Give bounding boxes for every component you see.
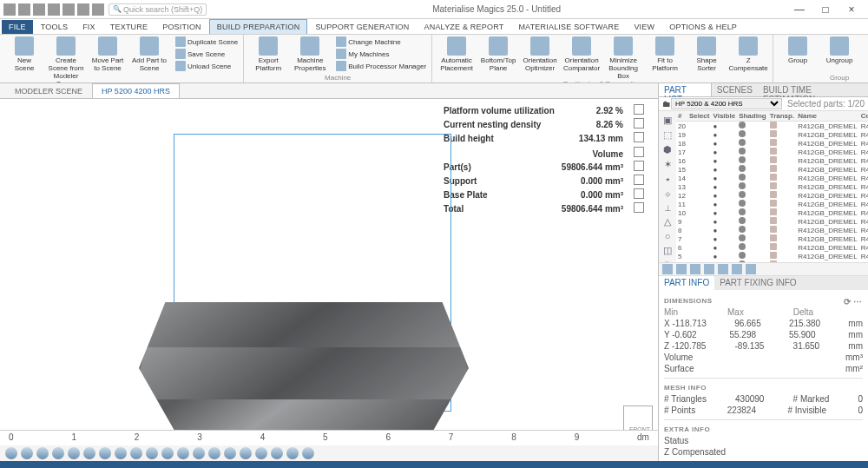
mini-tool-icon[interactable]: [690, 264, 700, 274]
qat-icon[interactable]: [62, 3, 75, 16]
ribbon-fit-to-platform[interactable]: Fit toPlatform: [646, 36, 684, 72]
ribbon-build-processor-manager[interactable]: Build Processor Manager: [336, 61, 426, 71]
table-row[interactable]: 19●R412GB_DREMELR412GB_DREMEL 1: [676, 130, 868, 139]
scene-tab[interactable]: MODELER SCENE: [5, 83, 92, 98]
mini-tool-icon[interactable]: [662, 264, 673, 274]
part-tool-icon[interactable]: ⟂: [661, 202, 674, 213]
ribbon-add-part-to-scene[interactable]: Add Part toScene: [130, 36, 168, 72]
mini-tool-icon[interactable]: [704, 264, 714, 274]
view-tool-icon[interactable]: [115, 447, 127, 459]
stat-icon[interactable]: [634, 118, 644, 129]
side-tab[interactable]: BUILD TIME ESTIMATION: [758, 83, 868, 96]
col-header[interactable]: Copy of: [859, 111, 868, 122]
menu-analyze-report[interactable]: ANALYZE & REPORT: [418, 20, 511, 34]
mini-tool-icon[interactable]: [732, 264, 742, 274]
minimize-button[interactable]: —: [786, 1, 812, 18]
menu-options-help[interactable]: OPTIONS & HELP: [662, 20, 744, 34]
ribbon-minimize-bounding-box[interactable]: MinimizeBounding Box: [604, 36, 642, 80]
stat-icon[interactable]: [634, 202, 644, 213]
table-row[interactable]: 5●R412GB_DREMELR412GB_DREMEL 1: [676, 252, 868, 260]
table-row[interactable]: 18●R412GB_DREMELR412GB_DREMEL 1: [676, 139, 868, 148]
stat-icon[interactable]: [634, 104, 644, 115]
qat-icon[interactable]: [33, 3, 45, 16]
part-tool-icon[interactable]: ⬢: [661, 144, 674, 155]
table-row[interactable]: 13●R412GB_DREMELR412GB_DREMEL 1: [676, 182, 868, 191]
menu-view[interactable]: VIEW: [627, 20, 661, 34]
part-tool-icon[interactable]: ◫: [661, 245, 674, 256]
ribbon-unload-scene[interactable]: Unload Scene: [175, 61, 238, 71]
ribbon-save-scene[interactable]: Save Scene: [175, 49, 238, 59]
stat-icon[interactable]: [634, 161, 644, 171]
stat-icon[interactable]: [634, 132, 644, 142]
menu-tools[interactable]: TOOLS: [34, 20, 75, 34]
table-row[interactable]: 9●R412GB_DREMELR412GB_DREMEL 1: [676, 217, 868, 226]
qat-icon[interactable]: [48, 3, 60, 16]
table-row[interactable]: 11●R412GB_DREMELR412GB_DREMEL 1: [676, 200, 868, 208]
view-tool-icon[interactable]: [146, 447, 158, 459]
stat-icon[interactable]: [634, 147, 644, 157]
view-tool-icon[interactable]: [36, 447, 49, 459]
qat-icon[interactable]: [92, 3, 104, 16]
menu-position[interactable]: POSITION: [155, 20, 208, 34]
mini-tool-icon[interactable]: [676, 264, 687, 274]
table-row[interactable]: 12●R412GB_DREMELR412GB_DREMEL 1: [676, 191, 868, 200]
ribbon-move-part-to-scene[interactable]: Move Partto Scene: [89, 36, 127, 72]
ribbon-new-scene[interactable]: NewScene: [5, 36, 43, 72]
ribbon-shape-sorter[interactable]: ShapeSorter: [687, 36, 726, 72]
col-header[interactable]: Shading: [737, 111, 768, 122]
table-row[interactable]: 16●R412GB_DREMELR412GB_DREMEL 1: [676, 156, 868, 165]
view-tool-icon[interactable]: [21, 447, 33, 459]
ribbon-duplicate-scene[interactable]: Duplicate Scene: [175, 36, 238, 47]
part-tool-icon[interactable]: ⟐: [661, 188, 674, 199]
info-tab[interactable]: PART INFO: [659, 276, 714, 290]
table-row[interactable]: 10●R412GB_DREMELR412GB_DREMEL 1: [676, 208, 868, 217]
ribbon-z-compensate-[interactable]: Z Compensate: [729, 36, 767, 72]
scene-tab[interactable]: HP 5200 4200 HRS: [92, 83, 180, 98]
table-row[interactable]: 8●R412GB_DREMELR412GB_DREMEL 1: [676, 226, 868, 234]
col-header[interactable]: Name: [796, 111, 858, 122]
table-row[interactable]: 20●R412GB_DREMELR412GB_DREMEL 1: [676, 122, 868, 131]
part-table[interactable]: #SelectVisibleShadingTransp.NameCopy of2…: [676, 111, 868, 262]
table-row[interactable]: 17●R412GB_DREMELR412GB_DREMEL 1: [676, 148, 868, 156]
view-tool-icon[interactable]: [302, 447, 314, 459]
qat-icon[interactable]: [77, 3, 89, 16]
part-tool-icon[interactable]: △: [661, 216, 674, 227]
table-row[interactable]: 7●R412GB_DREMELR412GB_DREMEL 1: [676, 234, 868, 243]
view-tool-icon[interactable]: [5, 447, 17, 459]
ribbon-bottom-top-plane[interactable]: Bottom/TopPlane: [479, 36, 517, 72]
viewport-3d[interactable]: Platform volume utilization2.92 %Current…: [0, 99, 658, 461]
view-tool-icon[interactable]: [255, 447, 267, 459]
part-tool-icon[interactable]: ⭑: [661, 174, 674, 185]
table-row[interactable]: 6●R412GB_DREMELR412GB_DREMEL 1: [676, 243, 868, 252]
quick-search-input[interactable]: Quick search (Shift+Q): [108, 3, 207, 16]
part-tool-icon[interactable]: ✶: [661, 159, 674, 170]
mini-tool-icon[interactable]: [746, 264, 756, 274]
view-tool-icon[interactable]: [177, 447, 189, 459]
close-button[interactable]: ×: [838, 1, 865, 18]
view-tool-icon[interactable]: [286, 447, 299, 459]
qat-icon[interactable]: [18, 3, 30, 16]
view-tool-icon[interactable]: [271, 447, 283, 459]
maximize-button[interactable]: □: [812, 1, 838, 18]
part-tool-icon[interactable]: ○: [661, 231, 674, 241]
refresh-icon[interactable]: ⟳ ⋯: [844, 297, 863, 307]
menu-file[interactable]: FILE: [2, 20, 33, 34]
view-tool-icon[interactable]: [193, 447, 205, 459]
mini-tool-icon[interactable]: [718, 264, 728, 274]
ribbon-export-platform[interactable]: ExportPlatform: [249, 36, 287, 72]
menu-texture[interactable]: TEXTURE: [103, 20, 155, 34]
ribbon-ungroup-[interactable]: Ungroup: [820, 36, 858, 64]
view-tool-icon[interactable]: [240, 447, 252, 459]
menu-build-preparation[interactable]: BUILD PREPARATION: [209, 19, 308, 34]
ribbon-change-machine[interactable]: Change Machine: [336, 36, 426, 47]
side-tab[interactable]: PART LIST: [659, 83, 712, 96]
ribbon-create-scene-from-modeler-scene[interactable]: Create Scene fromModeler Scene: [47, 36, 85, 83]
menu-materialise-software[interactable]: MATERIALISE SOFTWARE: [511, 20, 626, 34]
stat-icon[interactable]: [634, 188, 644, 199]
part-tool-icon[interactable]: ▣: [661, 115, 674, 126]
ribbon-remove-group[interactable]: RemoveGroup: [862, 36, 868, 72]
ribbon-orientation-comparator[interactable]: OrientationComparator: [562, 36, 601, 72]
view-tool-icon[interactable]: [52, 447, 64, 459]
col-header[interactable]: #: [676, 111, 687, 122]
menu-fix[interactable]: FIX: [76, 20, 102, 34]
